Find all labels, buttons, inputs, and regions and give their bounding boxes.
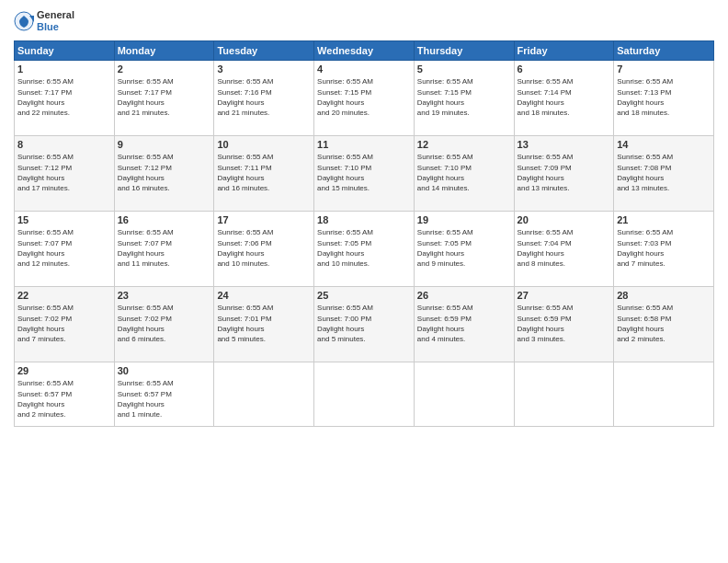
day-number: 23	[118, 290, 211, 301]
calendar-cell: 16Sunrise: 6:55 AMSunset: 7:07 PMDayligh…	[114, 212, 214, 287]
calendar-cell: 1Sunrise: 6:55 AMSunset: 7:17 PMDaylight…	[15, 61, 115, 136]
header-wednesday: Wednesday	[314, 41, 415, 61]
day-info: Sunrise: 6:55 AMSunset: 7:15 PMDaylight …	[417, 76, 511, 118]
day-number: 20	[518, 214, 611, 225]
day-number: 29	[17, 365, 111, 376]
calendar-cell: 18Sunrise: 6:55 AMSunset: 7:05 PMDayligh…	[314, 212, 415, 287]
day-info: Sunrise: 6:55 AMSunset: 7:11 PMDaylight …	[217, 152, 311, 193]
calendar-cell: 11Sunrise: 6:55 AMSunset: 7:10 PMDayligh…	[314, 136, 415, 212]
calendar-cell: 27Sunrise: 6:55 AMSunset: 6:59 PMDayligh…	[514, 287, 614, 362]
day-number: 18	[317, 214, 411, 225]
day-number: 7	[617, 63, 711, 75]
day-number: 8	[17, 139, 111, 150]
day-number: 27	[518, 290, 611, 301]
calendar-cell: 21Sunrise: 6:55 AMSunset: 7:03 PMDayligh…	[614, 212, 714, 287]
calendar-cell: 13Sunrise: 6:55 AMSunset: 7:09 PMDayligh…	[514, 136, 614, 212]
day-number: 24	[217, 290, 311, 301]
logo: General Blue	[14, 9, 74, 33]
calendar-cell: 24Sunrise: 6:55 AMSunset: 7:01 PMDayligh…	[214, 287, 314, 362]
header-saturday: Saturday	[614, 41, 714, 61]
calendar-cell: 25Sunrise: 6:55 AMSunset: 7:00 PMDayligh…	[314, 287, 415, 362]
day-info: Sunrise: 6:55 AMSunset: 7:10 PMDaylight …	[317, 152, 411, 193]
day-number: 25	[317, 290, 411, 301]
day-number: 13	[518, 139, 611, 150]
header-monday: Monday	[114, 41, 214, 61]
header-friday: Friday	[514, 41, 614, 61]
day-info: Sunrise: 6:55 AMSunset: 7:05 PMDaylight …	[317, 227, 411, 269]
day-number: 3	[217, 63, 311, 75]
day-number: 28	[617, 290, 711, 301]
day-info: Sunrise: 6:55 AMSunset: 6:59 PMDaylight …	[518, 303, 611, 344]
day-info: Sunrise: 6:55 AMSunset: 7:17 PMDaylight …	[17, 76, 111, 118]
day-info: Sunrise: 6:55 AMSunset: 7:02 PMDaylight …	[118, 303, 211, 344]
calendar-cell: 5Sunrise: 6:55 AMSunset: 7:15 PMDaylight…	[414, 61, 514, 136]
day-number: 26	[417, 290, 511, 301]
day-info: Sunrise: 6:55 AMSunset: 7:05 PMDaylight …	[417, 227, 511, 269]
day-info: Sunrise: 6:55 AMSunset: 7:10 PMDaylight …	[417, 152, 511, 193]
header-tuesday: Tuesday	[214, 41, 314, 61]
calendar-cell: 2Sunrise: 6:55 AMSunset: 7:17 PMDaylight…	[114, 61, 214, 136]
day-info: Sunrise: 6:55 AMSunset: 7:12 PMDaylight …	[118, 152, 211, 193]
day-info: Sunrise: 6:55 AMSunset: 7:04 PMDaylight …	[518, 227, 611, 269]
calendar-cell: 30Sunrise: 6:55 AMSunset: 6:57 PMDayligh…	[114, 362, 214, 427]
day-number: 16	[118, 214, 211, 225]
day-info: Sunrise: 6:55 AMSunset: 6:57 PMDaylight …	[17, 378, 111, 419]
day-info: Sunrise: 6:55 AMSunset: 6:57 PMDaylight …	[118, 378, 211, 419]
day-info: Sunrise: 6:55 AMSunset: 7:13 PMDaylight …	[617, 76, 711, 118]
day-info: Sunrise: 6:55 AMSunset: 6:59 PMDaylight …	[417, 303, 511, 344]
day-info: Sunrise: 6:55 AMSunset: 7:14 PMDaylight …	[518, 76, 611, 118]
calendar-cell: 10Sunrise: 6:55 AMSunset: 7:11 PMDayligh…	[214, 136, 314, 212]
day-info: Sunrise: 6:55 AMSunset: 7:03 PMDaylight …	[617, 227, 711, 269]
header: General Blue	[14, 9, 714, 33]
calendar-cell: 15Sunrise: 6:55 AMSunset: 7:07 PMDayligh…	[15, 212, 115, 287]
day-info: Sunrise: 6:55 AMSunset: 7:02 PMDaylight …	[17, 303, 111, 344]
calendar-cell: 22Sunrise: 6:55 AMSunset: 7:02 PMDayligh…	[15, 287, 115, 362]
calendar-cell: 17Sunrise: 6:55 AMSunset: 7:06 PMDayligh…	[214, 212, 314, 287]
day-number: 6	[518, 63, 611, 75]
day-number: 15	[17, 214, 111, 225]
day-number: 2	[118, 63, 211, 75]
day-number: 17	[217, 214, 311, 225]
calendar-cell: 3Sunrise: 6:55 AMSunset: 7:16 PMDaylight…	[214, 61, 314, 136]
header-thursday: Thursday	[414, 41, 514, 61]
calendar-cell: 19Sunrise: 6:55 AMSunset: 7:05 PMDayligh…	[414, 212, 514, 287]
logo-svg	[14, 11, 34, 31]
day-number: 5	[417, 63, 511, 75]
day-info: Sunrise: 6:55 AMSunset: 6:58 PMDaylight …	[617, 303, 711, 344]
logo-text-blue: Blue	[37, 21, 74, 33]
calendar-cell: 12Sunrise: 6:55 AMSunset: 7:10 PMDayligh…	[414, 136, 514, 212]
calendar-cell: 26Sunrise: 6:55 AMSunset: 6:59 PMDayligh…	[414, 287, 514, 362]
day-info: Sunrise: 6:55 AMSunset: 7:07 PMDaylight …	[17, 227, 111, 269]
day-number: 30	[118, 365, 211, 376]
calendar-cell	[514, 362, 614, 427]
calendar-cell: 28Sunrise: 6:55 AMSunset: 6:58 PMDayligh…	[614, 287, 714, 362]
calendar-table: Sunday Monday Tuesday Wednesday Thursday…	[14, 40, 714, 427]
calendar-cell: 4Sunrise: 6:55 AMSunset: 7:15 PMDaylight…	[314, 61, 415, 136]
calendar-cell	[614, 362, 714, 427]
day-number: 22	[17, 290, 111, 301]
day-number: 4	[317, 63, 411, 75]
day-info: Sunrise: 6:55 AMSunset: 7:16 PMDaylight …	[217, 76, 311, 118]
main-container: General Blue Sunday Monday Tuesday Wedne…	[0, 0, 728, 436]
calendar-cell	[414, 362, 514, 427]
day-number: 14	[617, 139, 711, 150]
day-info: Sunrise: 6:55 AMSunset: 7:12 PMDaylight …	[17, 152, 111, 193]
day-number: 1	[17, 63, 111, 75]
calendar-cell	[314, 362, 415, 427]
day-number: 10	[217, 139, 311, 150]
weekday-header-row: Sunday Monday Tuesday Wednesday Thursday…	[15, 41, 714, 61]
day-info: Sunrise: 6:55 AMSunset: 7:09 PMDaylight …	[518, 152, 611, 193]
calendar-cell: 6Sunrise: 6:55 AMSunset: 7:14 PMDaylight…	[514, 61, 614, 136]
calendar-cell: 23Sunrise: 6:55 AMSunset: 7:02 PMDayligh…	[114, 287, 214, 362]
day-info: Sunrise: 6:55 AMSunset: 7:06 PMDaylight …	[217, 227, 311, 269]
day-info: Sunrise: 6:55 AMSunset: 7:15 PMDaylight …	[317, 76, 411, 118]
calendar-cell: 9Sunrise: 6:55 AMSunset: 7:12 PMDaylight…	[114, 136, 214, 212]
calendar-cell: 20Sunrise: 6:55 AMSunset: 7:04 PMDayligh…	[514, 212, 614, 287]
day-number: 21	[617, 214, 711, 225]
day-number: 19	[417, 214, 511, 225]
day-info: Sunrise: 6:55 AMSunset: 7:07 PMDaylight …	[118, 227, 211, 269]
day-number: 12	[417, 139, 511, 150]
day-info: Sunrise: 6:55 AMSunset: 7:01 PMDaylight …	[217, 303, 311, 344]
header-sunday: Sunday	[15, 41, 115, 61]
logo-text-general: General	[37, 9, 74, 21]
